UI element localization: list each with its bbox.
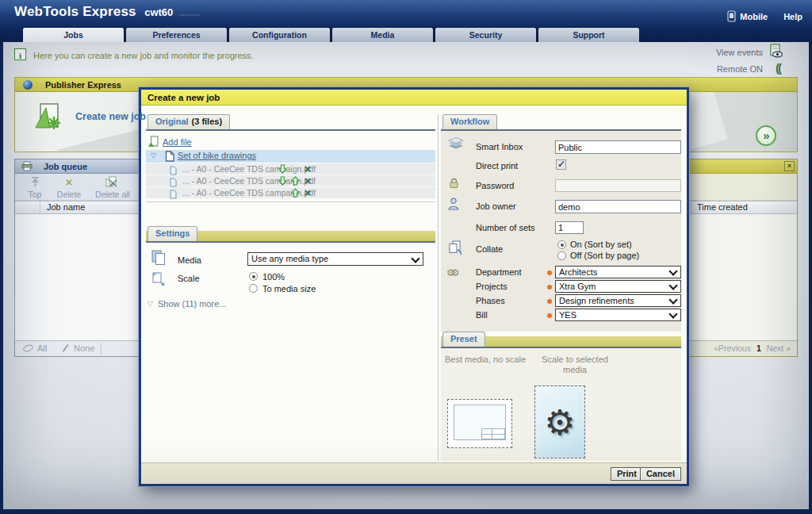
tab-original[interactable]: Original(3 files) — [147, 114, 230, 129]
smart-inbox-label: Smart Inbox — [476, 142, 523, 152]
scale-icon — [151, 271, 166, 290]
tab-jobs[interactable]: Jobs — [22, 27, 124, 42]
app-title: WebTools Express cwt60 ........ — [14, 4, 200, 20]
top-header: WebTools Express cwt60 ........ Mobile H… — [0, 0, 812, 42]
remote-signal-icon[interactable] — [776, 61, 780, 75]
smart-inbox-input[interactable] — [555, 140, 681, 154]
remove-file-icon[interactable] — [302, 187, 313, 198]
previous-page-link[interactable]: «Previous — [714, 343, 751, 353]
print-button[interactable]: Print — [611, 467, 643, 481]
required-dot — [547, 270, 552, 275]
top-button[interactable]: Top — [20, 176, 50, 199]
move-up-icon[interactable] — [289, 187, 301, 198]
bill-select[interactable]: YES — [555, 309, 681, 321]
original-tab-row: Original(3 files) — [146, 114, 435, 131]
move-up-icon[interactable] — [289, 175, 301, 186]
projects-label: Projects — [476, 282, 508, 291]
show-more-link[interactable]: Show (11) more... — [147, 299, 227, 309]
phases-label: Phases — [476, 296, 505, 305]
password-input[interactable] — [555, 179, 681, 192]
tab-workflow[interactable]: Workflow — [442, 114, 497, 129]
mobile-phone-icon — [727, 10, 736, 22]
tab-preset[interactable]: Preset — [442, 332, 485, 347]
delete-all-button[interactable]: Delete all — [90, 176, 136, 199]
required-dot — [547, 313, 552, 318]
tab-media[interactable]: Media — [331, 27, 434, 42]
department-select[interactable]: Architects — [555, 266, 681, 278]
preset-option2-label: Scale to selected media — [530, 355, 620, 375]
collate-on-label[interactable]: On (Sort by set) — [570, 240, 632, 249]
collate-off-radio[interactable] — [557, 251, 566, 260]
dialog-left-column: Original(3 files) Add file — [146, 114, 435, 461]
scale-100-radio[interactable] — [249, 272, 258, 281]
expand-chevron-button[interactable] — [756, 125, 776, 146]
dialog-right-column: Workflow Smart Inbox Direct prin — [441, 114, 681, 461]
user-icon — [448, 198, 459, 213]
delete-button[interactable]: × Delete — [52, 176, 86, 199]
cancel-button[interactable]: Cancel — [640, 467, 681, 481]
create-new-job-button[interactable]: Create new job — [33, 102, 146, 132]
job-queue-title: Job queue — [44, 159, 87, 174]
close-icon[interactable] — [784, 161, 795, 171]
move-down-icon[interactable] — [277, 175, 288, 186]
title-dots: ........ — [179, 7, 201, 18]
phases-select[interactable]: Design refinements — [555, 294, 681, 307]
hostname: cwt60 — [144, 6, 173, 18]
file-set-link[interactable]: Set of bike drawings — [178, 151, 256, 160]
job-owner-label: Job owner — [476, 201, 516, 211]
tab-preferences[interactable]: Preferences — [125, 27, 228, 42]
chevron-down-icon — [412, 256, 419, 263]
tab-configuration[interactable]: Configuration — [228, 27, 331, 42]
select-none-link[interactable]: None — [61, 343, 94, 353]
view-events-icon[interactable] — [768, 44, 783, 62]
add-file-link[interactable]: Add file — [147, 136, 192, 148]
file-row: ... - A0 - CeeCee TDS campaign.pdf — [146, 175, 435, 186]
media-select[interactable]: Use any media type — [247, 252, 423, 266]
column-divider — [438, 114, 439, 461]
scale-to-media-label[interactable]: To media size — [262, 284, 316, 293]
collate-off-label[interactable]: Off (Sort by page) — [570, 251, 639, 260]
original-file-count: (3 files) — [192, 117, 223, 126]
settings-tab-row: Settings — [146, 226, 435, 243]
file-set-row: Set of bike drawings — [146, 150, 435, 163]
move-down-icon[interactable] — [277, 163, 288, 175]
job-name-column-header: Job name — [47, 201, 85, 213]
department-label: Department — [476, 267, 521, 277]
workflow-tab-row: Workflow — [441, 114, 681, 131]
number-of-sets-input[interactable] — [555, 221, 584, 234]
remove-file-icon[interactable] — [302, 175, 313, 186]
tab-settings[interactable]: Settings — [147, 226, 197, 241]
password-label: Password — [476, 181, 514, 190]
required-dot — [547, 299, 552, 304]
tab-support[interactable]: Support — [538, 27, 640, 42]
projects-select[interactable]: Xtra Gym — [555, 280, 681, 293]
footer-divider — [101, 343, 102, 355]
file-page-icon — [170, 188, 177, 202]
chevron-down-icon — [670, 297, 676, 304]
next-page-link[interactable]: Next » — [767, 343, 791, 353]
tab-security[interactable]: Security — [435, 27, 537, 42]
job-owner-input[interactable] — [555, 200, 681, 213]
help-link[interactable]: Help — [783, 12, 802, 21]
collate-on-radio[interactable] — [557, 240, 566, 249]
mobile-link[interactable]: Mobile — [727, 10, 768, 22]
select-all-link[interactable]: All — [23, 343, 47, 353]
preset-tab-row: Preset — [441, 332, 681, 348]
time-created-column-header: Time created — [697, 201, 748, 213]
scale-100-label[interactable]: 100% — [262, 272, 285, 282]
preset-scale-media-thumbnail[interactable] — [534, 386, 585, 458]
delete-all-icon — [90, 176, 136, 190]
preset-section: Best media, no scale Scale to selected m… — [441, 348, 681, 461]
remote-on-toggle[interactable]: Remote ON — [717, 64, 763, 74]
create-job-dialog: Create a new job Original(3 files) — [139, 87, 689, 486]
info-message: Here you can create a new job and monito… — [33, 51, 254, 60]
direct-print-checkbox[interactable] — [556, 159, 566, 170]
view-events-link[interactable]: View events — [716, 48, 763, 57]
preset-best-media-thumbnail[interactable] — [447, 399, 512, 448]
remove-file-icon[interactable] — [302, 163, 313, 175]
current-page[interactable]: 1 — [756, 343, 761, 353]
collapse-triangle-icon[interactable] — [151, 152, 156, 159]
page-content: Here you can create a new job and monito… — [3, 42, 809, 509]
file-row: ... - A0 - CeeCee TDS campaign.pdf — [146, 187, 435, 198]
scale-to-media-radio[interactable] — [249, 284, 258, 293]
